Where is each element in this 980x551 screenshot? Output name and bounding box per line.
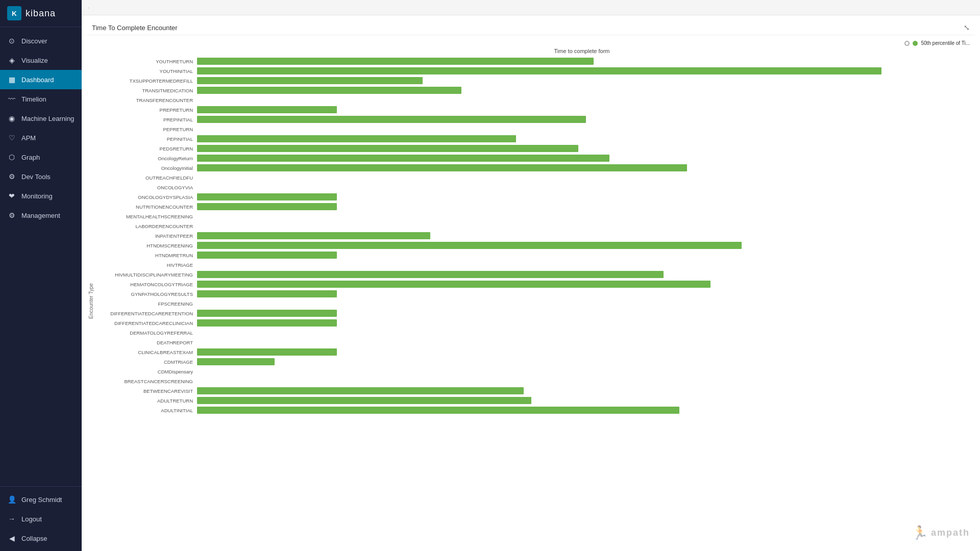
bar-fill (197, 397, 531, 404)
table-row: ONCOLOGYVIA (95, 183, 975, 192)
sidebar-item-discover[interactable]: ⊙ Discover (0, 31, 82, 51)
sidebar-label-dev-tools: Dev Tools (21, 173, 51, 181)
bar-track (197, 77, 975, 84)
bar-label: OncologyReturn (95, 156, 197, 161)
panel-header: Time To Complete Encounter ⤡ (87, 20, 975, 35)
sidebar-item-collapse[interactable]: ◀ Collapse (0, 529, 82, 548)
sidebar-item-monitoring[interactable]: ❤ Monitoring (0, 186, 82, 206)
sidebar-item-dashboard[interactable]: ▦ Dashboard (0, 70, 82, 89)
bar-fill (197, 281, 710, 288)
bar-label: OncologyInitial (95, 165, 197, 171)
bar-label: TRANSFERENCOUNTER (95, 97, 197, 103)
bar-fill (197, 67, 881, 74)
bars-scroll[interactable]: YOUTHRETURNYOUTHINITIALTXSUPPORTERMEDREF… (95, 56, 975, 546)
sidebar-item-apm[interactable]: ♡ APM (0, 128, 82, 147)
bar-track (197, 261, 975, 268)
sidebar-label-logout: Logout (21, 515, 42, 523)
table-row: CLINICALBREASTEXAM (95, 347, 975, 357)
legend-dot-outline-icon (904, 41, 910, 46)
bar-track (197, 339, 975, 346)
bar-fill (197, 164, 687, 171)
bar-label: DIFFERENTIATEDCARECLINICIAN (95, 320, 197, 326)
bar-label: DEATHREPORT (95, 340, 197, 345)
user-icon: 👤 (7, 495, 16, 504)
sidebar-item-graph[interactable]: ⬡ Graph (0, 147, 82, 167)
collapse-icon: ◀ (7, 534, 16, 543)
bar-label: TXSUPPORTERMEDREFILL (95, 78, 197, 84)
ampath-icon: 🏃 (912, 525, 928, 541)
timelion-icon: 〰 (7, 94, 16, 104)
table-row: OUTREACHFIELDFU (95, 173, 975, 182)
sidebar-item-user[interactable]: 👤 Greg Schmidt (0, 490, 82, 509)
sidebar-item-timelion[interactable]: 〰 Timelion (0, 89, 82, 109)
sidebar-item-machine-learning[interactable]: ◉ Machine Learning (0, 109, 82, 128)
bar-fill (197, 145, 578, 152)
bar-label: INPATIENTPEER (95, 233, 197, 239)
bar-fill (197, 87, 461, 94)
table-row: DIFFERENTIATEDCARERETENTION (95, 309, 975, 318)
table-row: CDMDispensary (95, 367, 975, 376)
bar-fill (197, 271, 664, 278)
table-row: PEDSRETURN (95, 144, 975, 153)
bar-track (197, 232, 975, 239)
bar-label: NUTRITIONENCOUNTER (95, 204, 197, 210)
bar-label: CDMDispensary (95, 369, 197, 374)
bar-fill (197, 387, 524, 394)
bar-fill (197, 232, 430, 239)
bar-track (197, 290, 975, 297)
bar-fill (197, 242, 742, 249)
y-axis-label: Encounter Type (87, 56, 95, 546)
bar-track (197, 222, 975, 230)
bar-label: PREPINITIAL (95, 117, 197, 122)
sidebar-label-collapse: Collapse (21, 535, 47, 542)
table-row: HIVMULTIDISCIPLINARYMEETING (95, 270, 975, 279)
bar-track (197, 271, 975, 278)
bar-fill (197, 310, 337, 317)
table-row: DIFFERENTIATEDCARECLINICIAN (95, 318, 975, 328)
bar-label: PREPRETURN (95, 107, 197, 113)
bar-fill (197, 116, 586, 123)
bar-label: PEPINITIAL (95, 136, 197, 142)
sidebar-item-management[interactable]: ⚙ Management (0, 206, 82, 225)
topbar: · (82, 0, 980, 15)
bar-track (197, 145, 975, 152)
sidebar-item-logout[interactable]: → Logout (0, 509, 82, 529)
table-row: TRANSITMEDICATION (95, 86, 975, 95)
bar-track (197, 135, 975, 142)
bar-label: YOUTHRETURN (95, 59, 197, 64)
panel-title: Time To Complete Encounter (92, 24, 178, 32)
table-row: NUTRITIONENCOUNTER (95, 202, 975, 211)
bar-label: HIVMULTIDISCIPLINARYMEETING (95, 272, 197, 278)
sidebar-item-visualize[interactable]: ◈ Visualize (0, 51, 82, 70)
bar-track (197, 116, 975, 123)
bar-track (197, 203, 975, 210)
bar-label: DERMATOLOGYREFERRAL (95, 330, 197, 336)
bar-track (197, 397, 975, 404)
chart-container: Time To Complete Encounter ⤡ 50th percen… (82, 15, 980, 551)
bar-track (197, 58, 975, 65)
sidebar-label-timelion: Timelion (21, 95, 46, 103)
bar-fill (197, 319, 337, 327)
expand-button[interactable]: ⤡ (964, 23, 970, 32)
bar-fill (197, 348, 337, 356)
sidebar-label-apm: APM (21, 134, 36, 142)
bar-track (197, 252, 975, 259)
bar-label: PEDSRETURN (95, 146, 197, 152)
sidebar-item-dev-tools[interactable]: ⚙ Dev Tools (0, 167, 82, 186)
table-row: LABORDERENCOUNTER (95, 221, 975, 231)
machine-learning-icon: ◉ (7, 114, 16, 123)
bar-fill (197, 358, 275, 365)
sidebar-label-discover: Discover (21, 37, 47, 45)
sidebar-label-dashboard: Dashboard (21, 76, 54, 84)
table-row: GYNPATHOLOGYRESULTS (95, 289, 975, 298)
table-row: OncologyInitial (95, 163, 975, 172)
legend-area: 50th percentile of Ti... (87, 38, 975, 48)
bar-fill (197, 203, 337, 210)
bar-label: FPSCREENING (95, 301, 197, 307)
table-row: FPSCREENING (95, 299, 975, 308)
bar-label: OUTREACHFIELDFU (95, 175, 197, 181)
bar-label: ADULTRETURN (95, 398, 197, 404)
table-row: PREPINITIAL (95, 115, 975, 124)
dashboard-icon: ▦ (7, 75, 16, 84)
visualize-icon: ◈ (7, 56, 16, 65)
